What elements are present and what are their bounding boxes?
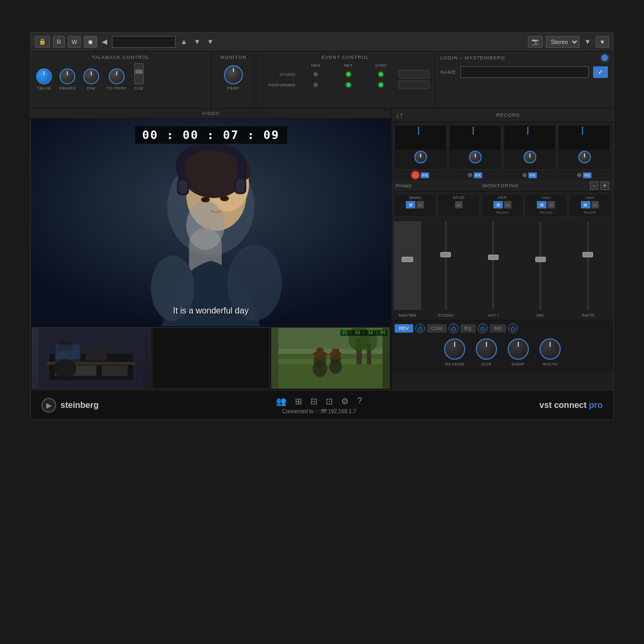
mon-link-nc1[interactable]: ⊞	[537, 201, 546, 208]
cue-fader[interactable]	[134, 63, 144, 84]
sort-arrows[interactable]: ↓↑	[396, 111, 403, 119]
mic-ch-label: MIC	[517, 313, 563, 318]
ins-tab[interactable]: INS	[490, 324, 506, 333]
ch2-knob[interactable]	[469, 151, 482, 163]
stereo-dropdown[interactable]: ▼	[582, 37, 593, 47]
rev-power[interactable]: ⏻	[415, 324, 425, 333]
studio-fader-handle[interactable]	[440, 252, 451, 257]
name-input[interactable]	[460, 66, 589, 78]
mon-btn-row-stereo: ⊞ m	[406, 201, 424, 208]
mon-m-nc1[interactable]: m	[547, 201, 555, 208]
toperf-knob[interactable]	[109, 68, 125, 84]
mon-m-stud[interactable]: m	[455, 201, 463, 208]
eq-tab[interactable]: EQ	[460, 324, 476, 333]
mon-m-stereo[interactable]: m	[416, 201, 424, 208]
eq-power[interactable]: ⏻	[478, 324, 488, 333]
cue-fader-thumb	[135, 69, 143, 74]
mon-ch-stereo: Stereo ⊞ m	[394, 194, 436, 217]
lock-button[interactable]: 🔒	[35, 36, 50, 48]
ch1-knob[interactable]	[414, 151, 427, 163]
studio-net-led	[346, 72, 351, 76]
record-button[interactable]: ⏺	[84, 36, 97, 48]
event-panel: EVENT CONTROL MIDI NET SYNC STUDIO PERF	[256, 51, 435, 108]
ins-power[interactable]: ⏻	[508, 324, 518, 333]
com-tab[interactable]: COM	[427, 324, 447, 333]
ch4-meter	[559, 126, 610, 150]
thumb-right: 01 : 03 : 34 : 06	[271, 327, 390, 389]
effects-section: REV ⏻ COM ⏻ EQ ⏻ INS ⏻ REVERB	[391, 320, 613, 372]
stereo-select[interactable]: Stereo	[546, 36, 579, 48]
dim-knob[interactable]	[83, 68, 99, 84]
record-title: RECORD	[407, 112, 609, 118]
svg-rect-25	[101, 365, 127, 376]
perf-label: PERF	[227, 86, 239, 91]
mon-m-vsti[interactable]: m	[504, 201, 511, 208]
dropdown-arrow[interactable]: ▼	[205, 37, 215, 47]
w-button[interactable]: W	[68, 36, 81, 48]
rehrs-knob-item: REHRS	[59, 68, 76, 91]
size-knob[interactable]	[476, 338, 497, 360]
fx-btn-3[interactable]: FX	[528, 172, 537, 178]
svg-point-15	[201, 197, 210, 202]
fx-btn-1[interactable]: FX	[421, 172, 429, 178]
privacy-label: Privacy	[396, 183, 412, 188]
grid4-icon[interactable]: ⊟	[310, 396, 317, 406]
down-arrow[interactable]: ▼	[192, 37, 202, 47]
ch1-indicator	[418, 127, 419, 135]
r-button[interactable]: R	[53, 36, 65, 48]
ch4-knob[interactable]	[578, 151, 591, 163]
rev-tab[interactable]: REV	[395, 324, 413, 333]
main-area: TALKBACK CONTROL TALKB REHRS DIM	[31, 51, 613, 420]
perf-knob[interactable]	[224, 65, 243, 84]
width-knob[interactable]	[539, 338, 561, 360]
mon-ch-nc1-name: <nc>	[542, 195, 551, 200]
studio-fader-track	[445, 221, 447, 310]
vsti-ch-label: VST I	[470, 313, 516, 318]
cue-knob-item: CUE	[134, 63, 144, 91]
camera-button[interactable]: 📷	[528, 36, 543, 48]
master-fader-handle[interactable]	[402, 257, 413, 262]
mon-btn-row-nc2: ⊞ m	[581, 201, 599, 208]
talkb-knob[interactable]	[36, 68, 52, 84]
mon-ch-nc2-name: <nc>	[585, 195, 595, 200]
back-arrow[interactable]: ◀	[100, 37, 109, 47]
ch3-knob[interactable]	[524, 151, 536, 163]
singer-video-placeholder	[31, 119, 391, 326]
minus-btn[interactable]: -	[590, 181, 598, 190]
mon-link-nc2[interactable]: ⊞	[581, 201, 590, 208]
instr-fader-handle[interactable]	[582, 252, 593, 257]
mic-fader-handle[interactable]	[535, 257, 546, 262]
rehrs-knob[interactable]	[59, 68, 75, 84]
damp-knob[interactable]	[508, 338, 529, 360]
settings-icon[interactable]: ⚙	[341, 396, 349, 406]
plus-btn[interactable]: +	[601, 181, 609, 190]
mon-m-nc2[interactable]: m	[591, 201, 599, 208]
studio-label: STUDIO	[262, 72, 299, 77]
reverb-knob[interactable]	[444, 338, 465, 360]
record-header: ↓↑ RECORD	[391, 109, 613, 122]
video-title: VIDEO	[31, 109, 391, 119]
help-icon[interactable]: ?	[357, 396, 362, 406]
connected-text: Connected to : ::ffff:192.168.1.7	[282, 408, 356, 414]
vsti-fader-handle[interactable]	[488, 255, 499, 260]
monitor-title: MONITOR	[216, 55, 250, 60]
mon-link-stereo[interactable]: ⊞	[406, 201, 415, 208]
expand-icon[interactable]: ⊡	[326, 396, 333, 406]
mon-link-vsti[interactable]: ⊞	[493, 201, 503, 208]
up-arrow[interactable]: ▲	[179, 37, 189, 47]
toolbar-input[interactable]	[112, 36, 176, 48]
master-label: MASTER	[394, 313, 421, 318]
grid2-icon[interactable]: ⊞	[295, 396, 302, 406]
com-power[interactable]: ⏻	[449, 324, 458, 333]
instr-fader-col	[565, 221, 611, 310]
toolbar: 🔒 R W ⏺ ◀ ▲ ▼ ▼ 📷 Stereo ▼ ▼	[31, 32, 613, 51]
fx-btn-4[interactable]: FX	[583, 172, 591, 178]
rec-btn-1[interactable]	[412, 171, 419, 179]
users-icon[interactable]: 👥	[276, 396, 286, 406]
monitoring-plusminus: - +	[590, 181, 609, 190]
fx-btn-2[interactable]: FX	[474, 172, 482, 178]
extra-dropdown[interactable]: ▼	[596, 36, 609, 48]
login-check-button[interactable]: ✓	[593, 66, 608, 78]
talkback-panel: TALKBACK CONTROL TALKB REHRS DIM	[31, 51, 211, 108]
performer-midi-led	[314, 83, 318, 87]
